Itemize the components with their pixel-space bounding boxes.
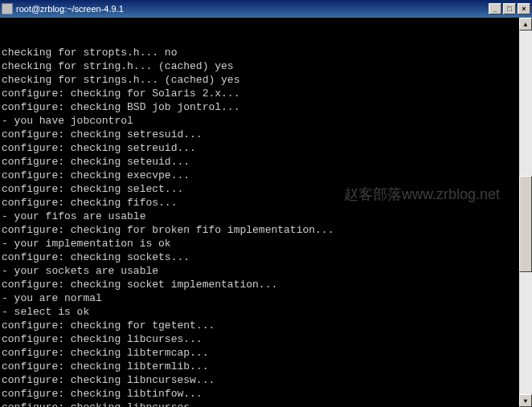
terminal-line: - select is ok: [2, 305, 530, 319]
terminal-line: configure: checking BSD job jontrol...: [2, 100, 530, 114]
terminal-line: configure: checking libtinfow...: [2, 387, 530, 401]
titlebar-left: root@zrblog:~/screen-4.9.1: [2, 3, 124, 14]
scroll-track[interactable]: [519, 31, 532, 394]
terminal-line: configure: checking sockets...: [2, 250, 530, 264]
terminal-line: - you have jobcontrol: [2, 114, 530, 128]
terminal-line: - your sockets are usable: [2, 264, 530, 278]
terminal-line: configure: checking seteuid...: [2, 155, 530, 169]
terminal-output[interactable]: checking for stropts.h... nochecking for…: [0, 18, 532, 407]
terminal-line: configure: checking for tgetent...: [2, 319, 530, 332]
terminal-line: - your fifos are usable: [2, 210, 530, 223]
terminal-line: configure: checking setreuid...: [2, 141, 530, 155]
terminal-line: checking for string.h... (cached) yes: [2, 59, 530, 73]
terminal-line: configure: checking socket implementatio…: [2, 278, 530, 291]
window-controls: _ □ ×: [489, 3, 530, 14]
terminal-line: configure: checking libtermcap...: [2, 346, 530, 360]
terminal-line: configure: checking libtermlib...: [2, 360, 530, 373]
terminal-line: configure: checking libncurses...: [2, 401, 530, 407]
terminal-line: configure: checking setresuid...: [2, 128, 530, 141]
scroll-up-button[interactable]: ▲: [519, 18, 532, 31]
vertical-scrollbar[interactable]: ▲ ▼: [519, 18, 532, 407]
terminal-line: - your implementation is ok: [2, 237, 530, 250]
terminal-line: configure: checking libncursesw...: [2, 373, 530, 387]
terminal-line: configure: checking fifos...: [2, 196, 530, 210]
window-title: root@zrblog:~/screen-4.9.1: [16, 4, 124, 14]
minimize-button[interactable]: _: [489, 3, 501, 14]
maximize-button[interactable]: □: [503, 3, 516, 14]
terminal-line: checking for strings.h... (cached) yes: [2, 73, 530, 87]
scroll-thumb[interactable]: [519, 176, 532, 272]
window-titlebar: root@zrblog:~/screen-4.9.1 _ □ ×: [0, 0, 532, 18]
close-button[interactable]: ×: [518, 3, 530, 14]
scroll-down-button[interactable]: ▼: [519, 394, 532, 407]
terminal-line: configure: checking execvpe...: [2, 169, 530, 182]
terminal-line: configure: checking libcurses...: [2, 332, 530, 346]
terminal-line: configure: checking for Solaris 2.x...: [2, 87, 530, 100]
terminal-line: configure: checking select...: [2, 182, 530, 196]
app-icon: [2, 3, 13, 14]
terminal-line: - you are normal: [2, 291, 530, 305]
terminal-line: checking for stropts.h... no: [2, 46, 530, 59]
terminal-line: configure: checking for broken fifo impl…: [2, 223, 530, 237]
